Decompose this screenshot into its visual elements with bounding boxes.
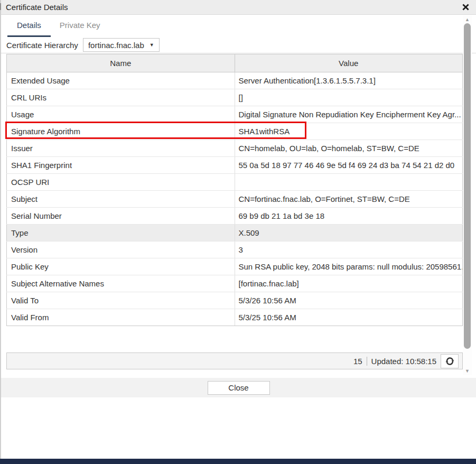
- row-value-cell: 5/3/26 10:56 AM: [235, 292, 463, 309]
- row-value-cell: CN=homelab, OU=lab, O=homelab, ST=BW, C=…: [235, 140, 463, 157]
- refresh-button[interactable]: [441, 354, 459, 368]
- row-value-cell: Sun RSA public key, 2048 bits params: nu…: [235, 258, 463, 275]
- table-row[interactable]: SubjectCN=fortinac.fnac.lab, O=Fortinet,…: [7, 191, 463, 208]
- row-value-cell: []: [235, 89, 463, 106]
- table-row[interactable]: OCSP URI: [7, 174, 463, 191]
- row-value-cell: 69 b9 db 21 1a bd 3e 18: [235, 208, 463, 225]
- refresh-icon: [445, 357, 454, 366]
- row-name-cell: Extended Usage: [7, 72, 235, 89]
- updated-timestamp: Updated: 10:58:15: [371, 357, 436, 366]
- table-header-row: Name Value: [7, 54, 463, 72]
- table-row[interactable]: Valid From5/3/25 10:56 AM: [7, 309, 463, 326]
- certificate-table-wrap: Name Value Extended UsageServer Authenti…: [6, 54, 463, 326]
- certificate-details-dialog: Certificate Details Details Private Key …: [0, 0, 476, 464]
- certificate-hierarchy-label: Certificate Hierarchy: [6, 41, 78, 50]
- footer-separator: [367, 357, 367, 366]
- row-name-cell: Type: [7, 225, 235, 242]
- row-name-cell: OCSP URI: [7, 174, 235, 191]
- row-value-cell: X.509: [235, 225, 463, 242]
- close-button[interactable]: Close: [208, 381, 270, 395]
- chevron-down-icon: ▼: [150, 43, 154, 48]
- row-name-cell: SHA1 Fingerprint: [7, 157, 235, 174]
- table-row[interactable]: TypeX.509: [7, 225, 463, 242]
- close-icon[interactable]: [461, 3, 470, 12]
- table-row[interactable]: Extended UsageServer Authentication[1.3.…: [7, 72, 463, 89]
- dialog-titlebar: Certificate Details: [1, 0, 476, 15]
- row-value-cell: [fortinac.fnac.lab]: [235, 275, 463, 292]
- row-name-cell: Usage: [7, 106, 235, 123]
- row-name-cell: Valid To: [7, 292, 235, 309]
- column-header-value: Value: [235, 54, 463, 72]
- table-row[interactable]: SHA1 Fingerprint55 0a 5d 18 97 77 46 46 …: [7, 157, 463, 174]
- footer-spacer: [1, 369, 476, 378]
- row-value-cell: 3: [235, 242, 463, 258]
- bottom-navy-bar: [0, 459, 476, 464]
- table-row[interactable]: Signature AlgorithmSHA1withRSA: [7, 123, 463, 140]
- certificate-table: Name Value Extended UsageServer Authenti…: [6, 54, 463, 326]
- scrollbar-down-icon[interactable]: ▼: [463, 368, 472, 374]
- certificate-hierarchy-row: Certificate Hierarchy fortinac.fnac.lab …: [1, 37, 476, 53]
- row-value-cell: [235, 174, 463, 191]
- row-value-cell: Digital Signature Non Repudiation Key En…: [235, 106, 463, 123]
- row-name-cell: Issuer: [7, 140, 235, 157]
- row-name-cell: Version: [7, 242, 235, 258]
- vertical-scrollbar[interactable]: ▲ ▼: [463, 15, 472, 375]
- certificate-hierarchy-selected-value: fortinac.fnac.lab: [88, 41, 144, 50]
- row-value-cell: SHA1withRSA: [235, 123, 463, 140]
- table-row[interactable]: Version3: [7, 242, 463, 258]
- row-name-cell: Serial Number: [7, 208, 235, 225]
- row-value-cell: 55 0a 5d 18 97 77 46 46 9e 5d f4 69 24 d…: [235, 157, 463, 174]
- table-bottom-spacer: [1, 326, 476, 352]
- row-value-cell: Server Authentication[1.3.6.1.5.5.7.3.1]: [235, 72, 463, 89]
- cert-table-body: Extended UsageServer Authentication[1.3.…: [7, 72, 463, 326]
- dialog-button-row: Close: [1, 378, 476, 397]
- table-footer-bar: 15 Updated: 10:58:15: [6, 352, 463, 369]
- row-value-cell: 5/3/25 10:56 AM: [235, 309, 463, 326]
- row-name-cell: Subject: [7, 191, 235, 208]
- row-name-cell: Signature Algorithm: [7, 123, 235, 140]
- table-row[interactable]: Public KeySun RSA public key, 2048 bits …: [7, 258, 463, 275]
- row-name-cell: CRL URIs: [7, 89, 235, 106]
- row-name-cell: Subject Alternative Names: [7, 275, 235, 292]
- table-row[interactable]: Valid To5/3/26 10:56 AM: [7, 292, 463, 309]
- row-count: 15: [353, 357, 362, 366]
- column-header-name: Name: [7, 54, 235, 72]
- tab-bar: Details Private Key: [1, 15, 476, 37]
- table-row[interactable]: UsageDigital Signature Non Repudiation K…: [7, 106, 463, 123]
- table-row[interactable]: IssuerCN=homelab, OU=lab, O=homelab, ST=…: [7, 140, 463, 157]
- tab-details[interactable]: Details: [7, 21, 51, 37]
- row-value-cell: CN=fortinac.fnac.lab, O=Fortinet, ST=BW,…: [235, 191, 463, 208]
- dialog-panel: Certificate Details Details Private Key …: [1, 0, 476, 397]
- scrollbar-up-icon[interactable]: ▲: [463, 16, 472, 23]
- table-row[interactable]: Subject Alternative Names[fortinac.fnac.…: [7, 275, 463, 292]
- row-name-cell: Public Key: [7, 258, 235, 275]
- tab-private-key[interactable]: Private Key: [51, 21, 109, 37]
- certificate-hierarchy-select[interactable]: fortinac.fnac.lab ▼: [83, 38, 160, 52]
- scrollbar-thumb[interactable]: [464, 23, 471, 349]
- row-name-cell: Valid From: [7, 309, 235, 326]
- table-row[interactable]: CRL URIs[]: [7, 89, 463, 106]
- table-row[interactable]: Serial Number69 b9 db 21 1a bd 3e 18: [7, 208, 463, 225]
- dialog-title: Certificate Details: [6, 3, 68, 12]
